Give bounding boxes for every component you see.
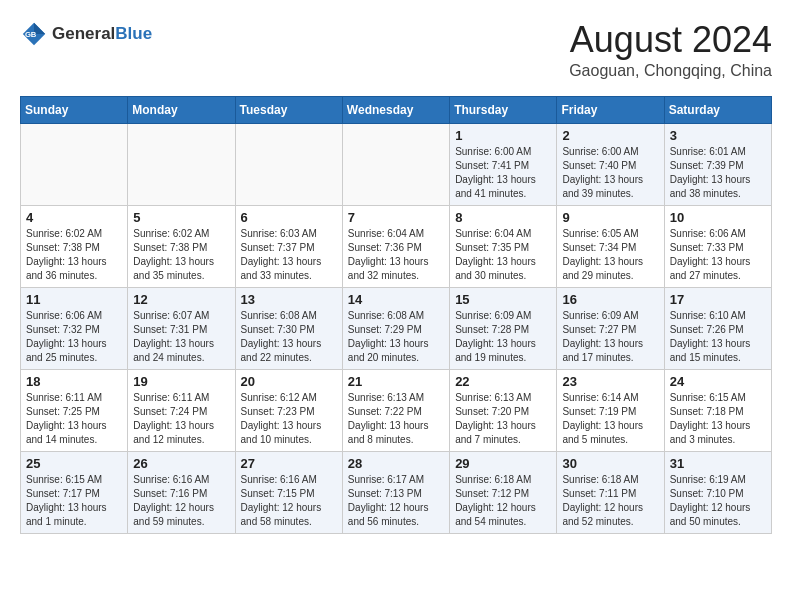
day-number: 11 [26,292,122,307]
calendar-cell: 9Sunrise: 6:05 AM Sunset: 7:34 PM Daylig… [557,205,664,287]
calendar-cell: 29Sunrise: 6:18 AM Sunset: 7:12 PM Dayli… [450,451,557,533]
month-year-title: August 2024 [569,20,772,60]
day-number: 6 [241,210,337,225]
day-number: 22 [455,374,551,389]
calendar-cell: 27Sunrise: 6:16 AM Sunset: 7:15 PM Dayli… [235,451,342,533]
day-info: Sunrise: 6:08 AM Sunset: 7:30 PM Dayligh… [241,309,337,365]
title-block: August 2024 Gaoguan, Chongqing, China [569,20,772,80]
day-info: Sunrise: 6:03 AM Sunset: 7:37 PM Dayligh… [241,227,337,283]
logo[interactable]: GB GeneralBlue [20,20,152,48]
calendar-cell: 16Sunrise: 6:09 AM Sunset: 7:27 PM Dayli… [557,287,664,369]
calendar-cell: 5Sunrise: 6:02 AM Sunset: 7:38 PM Daylig… [128,205,235,287]
calendar-cell: 30Sunrise: 6:18 AM Sunset: 7:11 PM Dayli… [557,451,664,533]
day-info: Sunrise: 6:19 AM Sunset: 7:10 PM Dayligh… [670,473,766,529]
location-subtitle: Gaoguan, Chongqing, China [569,62,772,80]
svg-text:GB: GB [25,30,37,39]
day-info: Sunrise: 6:07 AM Sunset: 7:31 PM Dayligh… [133,309,229,365]
day-number: 14 [348,292,444,307]
day-number: 8 [455,210,551,225]
day-number: 20 [241,374,337,389]
calendar-cell: 18Sunrise: 6:11 AM Sunset: 7:25 PM Dayli… [21,369,128,451]
day-info: Sunrise: 6:11 AM Sunset: 7:24 PM Dayligh… [133,391,229,447]
calendar-cell [235,123,342,205]
day-number: 24 [670,374,766,389]
calendar-week-row: 11Sunrise: 6:06 AM Sunset: 7:32 PM Dayli… [21,287,772,369]
calendar-cell: 12Sunrise: 6:07 AM Sunset: 7:31 PM Dayli… [128,287,235,369]
day-number: 28 [348,456,444,471]
calendar-table: SundayMondayTuesdayWednesdayThursdayFrid… [20,96,772,534]
calendar-cell: 31Sunrise: 6:19 AM Sunset: 7:10 PM Dayli… [664,451,771,533]
day-info: Sunrise: 6:14 AM Sunset: 7:19 PM Dayligh… [562,391,658,447]
day-of-week-header: Monday [128,96,235,123]
day-of-week-header: Tuesday [235,96,342,123]
calendar-cell: 2Sunrise: 6:00 AM Sunset: 7:40 PM Daylig… [557,123,664,205]
calendar-cell: 22Sunrise: 6:13 AM Sunset: 7:20 PM Dayli… [450,369,557,451]
day-info: Sunrise: 6:11 AM Sunset: 7:25 PM Dayligh… [26,391,122,447]
day-number: 18 [26,374,122,389]
logo-text: GeneralBlue [52,25,152,44]
day-number: 2 [562,128,658,143]
day-info: Sunrise: 6:10 AM Sunset: 7:26 PM Dayligh… [670,309,766,365]
calendar-cell [342,123,449,205]
day-number: 1 [455,128,551,143]
day-number: 27 [241,456,337,471]
day-info: Sunrise: 6:16 AM Sunset: 7:15 PM Dayligh… [241,473,337,529]
day-number: 26 [133,456,229,471]
calendar-cell: 14Sunrise: 6:08 AM Sunset: 7:29 PM Dayli… [342,287,449,369]
calendar-cell: 6Sunrise: 6:03 AM Sunset: 7:37 PM Daylig… [235,205,342,287]
day-info: Sunrise: 6:04 AM Sunset: 7:36 PM Dayligh… [348,227,444,283]
calendar-cell: 19Sunrise: 6:11 AM Sunset: 7:24 PM Dayli… [128,369,235,451]
day-info: Sunrise: 6:06 AM Sunset: 7:32 PM Dayligh… [26,309,122,365]
logo-blue: Blue [115,24,152,43]
day-info: Sunrise: 6:15 AM Sunset: 7:17 PM Dayligh… [26,473,122,529]
calendar-cell: 3Sunrise: 6:01 AM Sunset: 7:39 PM Daylig… [664,123,771,205]
calendar-cell: 26Sunrise: 6:16 AM Sunset: 7:16 PM Dayli… [128,451,235,533]
day-number: 4 [26,210,122,225]
day-info: Sunrise: 6:17 AM Sunset: 7:13 PM Dayligh… [348,473,444,529]
day-info: Sunrise: 6:08 AM Sunset: 7:29 PM Dayligh… [348,309,444,365]
day-of-week-header: Thursday [450,96,557,123]
day-info: Sunrise: 6:09 AM Sunset: 7:28 PM Dayligh… [455,309,551,365]
calendar-cell: 24Sunrise: 6:15 AM Sunset: 7:18 PM Dayli… [664,369,771,451]
day-number: 25 [26,456,122,471]
day-info: Sunrise: 6:05 AM Sunset: 7:34 PM Dayligh… [562,227,658,283]
day-info: Sunrise: 6:13 AM Sunset: 7:20 PM Dayligh… [455,391,551,447]
calendar-cell [21,123,128,205]
day-of-week-header: Wednesday [342,96,449,123]
day-number: 16 [562,292,658,307]
day-info: Sunrise: 6:13 AM Sunset: 7:22 PM Dayligh… [348,391,444,447]
day-number: 31 [670,456,766,471]
calendar-cell: 8Sunrise: 6:04 AM Sunset: 7:35 PM Daylig… [450,205,557,287]
day-number: 9 [562,210,658,225]
day-number: 13 [241,292,337,307]
day-info: Sunrise: 6:18 AM Sunset: 7:12 PM Dayligh… [455,473,551,529]
calendar-cell: 20Sunrise: 6:12 AM Sunset: 7:23 PM Dayli… [235,369,342,451]
day-number: 7 [348,210,444,225]
day-number: 17 [670,292,766,307]
calendar-cell: 10Sunrise: 6:06 AM Sunset: 7:33 PM Dayli… [664,205,771,287]
calendar-cell: 7Sunrise: 6:04 AM Sunset: 7:36 PM Daylig… [342,205,449,287]
day-number: 29 [455,456,551,471]
page-header: GB GeneralBlue August 2024 Gaoguan, Chon… [20,20,772,80]
day-number: 15 [455,292,551,307]
day-info: Sunrise: 6:12 AM Sunset: 7:23 PM Dayligh… [241,391,337,447]
calendar-cell: 1Sunrise: 6:00 AM Sunset: 7:41 PM Daylig… [450,123,557,205]
logo-icon: GB [20,20,48,48]
day-of-week-header: Saturday [664,96,771,123]
calendar-header-row: SundayMondayTuesdayWednesdayThursdayFrid… [21,96,772,123]
day-info: Sunrise: 6:16 AM Sunset: 7:16 PM Dayligh… [133,473,229,529]
calendar-cell: 23Sunrise: 6:14 AM Sunset: 7:19 PM Dayli… [557,369,664,451]
day-number: 21 [348,374,444,389]
day-info: Sunrise: 6:09 AM Sunset: 7:27 PM Dayligh… [562,309,658,365]
calendar-cell: 13Sunrise: 6:08 AM Sunset: 7:30 PM Dayli… [235,287,342,369]
calendar-cell: 25Sunrise: 6:15 AM Sunset: 7:17 PM Dayli… [21,451,128,533]
day-number: 19 [133,374,229,389]
calendar-cell: 17Sunrise: 6:10 AM Sunset: 7:26 PM Dayli… [664,287,771,369]
day-number: 5 [133,210,229,225]
day-of-week-header: Sunday [21,96,128,123]
day-info: Sunrise: 6:06 AM Sunset: 7:33 PM Dayligh… [670,227,766,283]
day-info: Sunrise: 6:00 AM Sunset: 7:41 PM Dayligh… [455,145,551,201]
day-info: Sunrise: 6:15 AM Sunset: 7:18 PM Dayligh… [670,391,766,447]
day-info: Sunrise: 6:04 AM Sunset: 7:35 PM Dayligh… [455,227,551,283]
day-number: 30 [562,456,658,471]
